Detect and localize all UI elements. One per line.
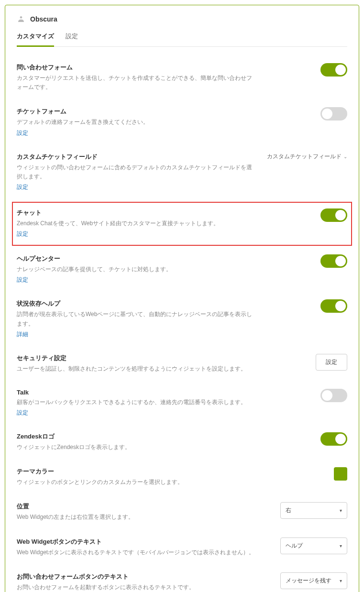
zendesk-logo-title: Zendeskロゴ	[17, 432, 256, 441]
tab-customize[interactable]: カスタマイズ	[17, 29, 54, 47]
talk-desc: 顧客がコールバックをリクエストできるようにするか、連絡先の電話番号を表示します。	[17, 398, 256, 407]
settings-panel: Obscura カスタマイズ 設定 問い合わせフォーム カスタマーがリクエストを…	[5, 5, 359, 592]
section-custom-fields: カスタムチケットフィールド ウィジェットの問い合わせフォームに含めるデフォルトの…	[17, 146, 347, 200]
custom-fields-dropdown[interactable]: カスタムチケットフィールド ⌄	[267, 153, 347, 161]
caret-down-icon: ▾	[340, 508, 342, 513]
custom-fields-title: カスタムチケットフィールド	[17, 153, 256, 161]
chat-toggle[interactable]	[320, 208, 347, 222]
section-contact-button-text: お問い合わせフォームボタンのテキスト お問い合わせフォームを起動するボタンに表示…	[17, 566, 347, 592]
contextual-help-desc: 訪問者が現在表示しているWebページに基づいて、自動的にナレッジベースの記事を表…	[17, 310, 256, 328]
caret-down-icon: ▾	[340, 543, 342, 548]
help-center-link[interactable]: 設定	[17, 276, 28, 284]
zendesk-logo-desc: ウィジェットにZendeskロゴを表示します。	[17, 443, 256, 452]
section-security: セキュリティ設定 ユーザーを認証し、制限されたコンテンツを処理するようにウィジェ…	[17, 347, 347, 382]
svg-point-0	[20, 16, 22, 19]
contact-form-toggle[interactable]	[320, 63, 347, 77]
chevron-down-icon: ⌄	[343, 154, 347, 159]
brand-icon	[17, 15, 25, 23]
contact-form-desc: カスタマーがリクエストを送信し、チケットを作成することができる、簡単な問い合わせ…	[17, 74, 256, 92]
section-position: 位置 Web Widgetの左または右位置を選択します。 右 ▾	[17, 495, 347, 530]
contact-form-title: 問い合わせフォーム	[17, 63, 256, 72]
security-settings-button[interactable]: 設定	[316, 354, 347, 371]
custom-fields-desc: ウィジェットの問い合わせフォームに含めるデフォルトのカスタムチケットフィールドを…	[17, 163, 256, 181]
position-desc: Web Widgetの左または右位置を選択します。	[17, 513, 256, 522]
custom-fields-dropdown-label: カスタムチケットフィールド	[267, 153, 342, 161]
section-theme-color: テーマカラー ウィジェットのボタンとリンクのカスタムカラーを選択します。	[17, 460, 347, 495]
contact-button-text-select[interactable]: メッセージを残す ▾	[280, 572, 347, 589]
help-center-title: ヘルプセンター	[17, 254, 256, 263]
ticket-form-title: チケットフォーム	[17, 107, 256, 116]
button-text-title: Web Widgetボタンのテキスト	[17, 537, 256, 546]
section-contact-form: 問い合わせフォーム カスタマーがリクエストを送信し、チケットを作成することができ…	[17, 56, 347, 100]
section-chat: チャット Zendesk Chatを使って、Webサイト経由でカスタマーと直接チ…	[12, 202, 352, 246]
section-button-text: Web Widgetボタンのテキスト Web Widgetボタンに表示されるテキ…	[17, 531, 347, 566]
talk-toggle[interactable]	[320, 389, 347, 402]
chat-link[interactable]: 設定	[17, 230, 28, 238]
section-talk: Talk 顧客がコールバックをリクエストできるようにするか、連絡先の電話番号を表…	[17, 382, 347, 426]
position-select-value: 右	[286, 506, 291, 515]
chat-desc: Zendesk Chatを使って、Webサイト経由でカスタマーと直接チャットしま…	[17, 219, 256, 228]
ticket-form-toggle[interactable]	[320, 107, 347, 121]
security-desc: ユーザーを認証し、制限されたコンテンツを処理するようにウィジェットを設定します。	[17, 364, 256, 373]
button-text-select[interactable]: ヘルプ ▾	[280, 537, 347, 554]
zendesk-logo-toggle[interactable]	[320, 432, 347, 446]
section-contextual-help: 状況依存ヘルプ 訪問者が現在表示しているWebページに基づいて、自動的にナレッジ…	[17, 293, 347, 347]
help-center-desc: ナレッジベースの記事を提供して、チケットに対処します。	[17, 265, 256, 274]
theme-color-swatch[interactable]	[334, 467, 347, 481]
contact-button-text-desc: お問い合わせフォームを起動するボタンに表示されるテキストです。	[17, 583, 256, 592]
brand-name: Obscura	[30, 15, 57, 23]
security-title: セキュリティ設定	[17, 354, 256, 362]
tab-settings[interactable]: 設定	[66, 29, 78, 47]
position-select[interactable]: 右 ▾	[280, 502, 347, 519]
theme-color-desc: ウィジェットのボタンとリンクのカスタムカラーを選択します。	[17, 478, 256, 487]
tabs: カスタマイズ 設定	[17, 29, 347, 47]
button-text-select-value: ヘルプ	[286, 542, 303, 550]
help-center-toggle[interactable]	[320, 254, 347, 268]
contextual-help-toggle[interactable]	[320, 299, 347, 313]
button-text-desc: Web Widgetボタンに表示されるテキストです（モバイルバージョンでは表示さ…	[17, 548, 256, 557]
ticket-form-desc: デフォルトの連絡フォームを置き換えてください。	[17, 118, 256, 127]
position-title: 位置	[17, 502, 256, 511]
section-help-center: ヘルプセンター ナレッジベースの記事を提供して、チケットに対処します。 設定	[17, 248, 347, 293]
caret-down-icon: ▾	[340, 578, 342, 583]
chat-title: チャット	[17, 208, 256, 217]
contact-button-text-title: お問い合わせフォームボタンのテキスト	[17, 572, 256, 581]
theme-color-title: テーマカラー	[17, 467, 256, 476]
section-ticket-form: チケットフォーム デフォルトの連絡フォームを置き換えてください。 設定	[17, 100, 347, 145]
talk-link[interactable]: 設定	[17, 409, 28, 417]
contextual-help-title: 状況依存ヘルプ	[17, 299, 256, 308]
ticket-form-link[interactable]: 設定	[17, 129, 28, 137]
contextual-help-link[interactable]: 詳細	[17, 330, 28, 339]
talk-title: Talk	[17, 389, 256, 396]
panel-header: Obscura	[17, 15, 347, 23]
section-zendesk-logo: Zendeskロゴ ウィジェットにZendeskロゴを表示します。	[17, 426, 347, 460]
contact-button-text-select-value: メッセージを残す	[286, 577, 331, 585]
custom-fields-link[interactable]: 設定	[17, 183, 28, 191]
